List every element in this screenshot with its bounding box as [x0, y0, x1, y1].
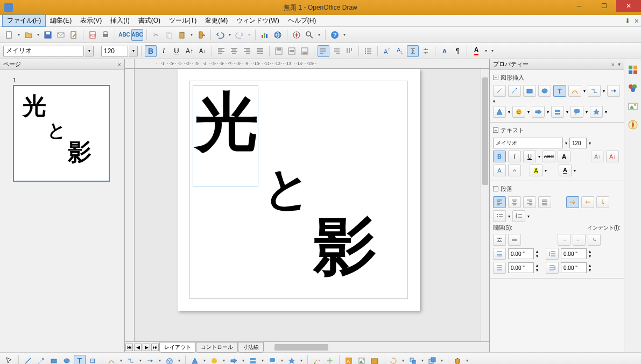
rtl-button[interactable] [330, 45, 342, 57]
sidebar-navigator-icon[interactable] [626, 118, 639, 131]
flowchart-tool[interactable] [247, 355, 259, 365]
chart-icon[interactable] [259, 29, 271, 41]
arrange-dropdown[interactable]: ▾ [439, 358, 445, 363]
align-center-button[interactable] [228, 45, 240, 57]
undo-dropdown[interactable]: ▾ [227, 32, 233, 37]
char-dialog-button[interactable]: A [439, 45, 450, 57]
rect-shape-button[interactable] [523, 85, 536, 97]
select-tool[interactable] [3, 355, 15, 365]
props-italic-button[interactable]: I [508, 151, 521, 162]
gallery-tool[interactable] [369, 355, 381, 365]
pages-panel-close-icon[interactable]: × [118, 61, 121, 68]
align-tool[interactable] [407, 355, 419, 365]
tab-next-icon[interactable]: ▶ [143, 344, 150, 351]
menu-modify[interactable]: 変更(M) [201, 15, 232, 26]
props-font-name[interactable] [493, 138, 563, 148]
hyperlink-icon[interactable] [272, 29, 284, 41]
menu-file[interactable]: ファイル(F) [2, 15, 46, 27]
paste-icon[interactable] [176, 29, 188, 41]
props-ttb[interactable] [596, 196, 609, 208]
open-dropdown[interactable]: ▾ [36, 32, 41, 37]
indent-before-input[interactable] [561, 248, 587, 259]
spacing-decrease[interactable] [508, 234, 521, 246]
rect-tool[interactable] [48, 355, 60, 365]
tab-first-icon[interactable]: ⏮ [125, 344, 133, 351]
props-grow-button[interactable]: A [493, 165, 506, 176]
arrange-tool[interactable] [426, 355, 438, 365]
minimize-button[interactable]: ─ [567, 0, 591, 12]
properties-close-icon[interactable]: × [611, 61, 615, 68]
drawing-more[interactable]: ▾ [464, 358, 470, 363]
menu-view[interactable]: 表示(V) [76, 15, 106, 26]
props-shrink-button[interactable]: A [508, 165, 521, 176]
cut-icon[interactable]: ✂ [150, 29, 162, 41]
block-arrows-button[interactable] [532, 106, 545, 118]
close-doc-icon[interactable]: × [635, 17, 639, 25]
format-paint-icon[interactable] [195, 29, 207, 41]
subscript-button[interactable]: A↓ [394, 45, 406, 57]
props-underline-button[interactable]: U [523, 151, 536, 162]
callout-dropdown[interactable]: ▾ [279, 358, 285, 363]
print-icon[interactable] [100, 29, 111, 41]
zoom-dropdown[interactable]: ▾ [316, 32, 322, 37]
props-super-button[interactable]: A↑ [591, 151, 604, 162]
paste-dropdown[interactable]: ▾ [189, 32, 194, 37]
superscript-button[interactable]: A↑ [381, 45, 393, 57]
menu-format[interactable]: 書式(O) [134, 15, 165, 26]
valign-middle-button[interactable] [286, 45, 298, 57]
vertical-ruler[interactable] [125, 69, 135, 341]
from-file-tool[interactable] [356, 355, 368, 365]
navigator-icon[interactable] [291, 29, 302, 41]
paragraph-section-header[interactable]: −段落 [493, 183, 621, 194]
undo-icon[interactable] [214, 29, 226, 41]
redo-icon[interactable] [234, 29, 245, 41]
3d-dropdown[interactable]: ▾ [177, 358, 182, 363]
connector-dropdown[interactable]: ▾ [138, 358, 143, 363]
line-end-button[interactable] [607, 85, 620, 97]
menu-insert[interactable]: 挿入(I) [106, 15, 133, 26]
arrow-tool[interactable] [35, 355, 47, 365]
symbol-dropdown[interactable]: ▾ [221, 358, 227, 363]
hanging-indent[interactable]: ⤷ [588, 234, 601, 246]
vertical-scroll-thumb[interactable] [482, 77, 488, 185]
font-name-dropdown[interactable]: ▾ [85, 46, 94, 56]
star-button[interactable] [590, 106, 603, 118]
pdf-icon[interactable]: PDF [87, 29, 98, 41]
props-highlight-button[interactable]: A [530, 165, 543, 176]
line-ends-dropdown[interactable]: ▾ [157, 358, 163, 363]
arrows-dropdown[interactable]: ▾ [241, 358, 246, 363]
curve-shape-button[interactable] [568, 85, 581, 97]
menu-window[interactable]: ウィンドウ(W) [232, 15, 283, 26]
vertical-scrollbar[interactable] [481, 69, 489, 341]
fontwork-tool[interactable]: A [343, 355, 355, 365]
star-dropdown[interactable]: ▾ [299, 358, 304, 363]
tab-prev-icon[interactable]: ◀ [134, 344, 142, 351]
toolbar-more[interactable]: ▾ [342, 32, 347, 37]
indent-after-input[interactable] [561, 262, 587, 273]
tab-layout[interactable]: レイアウト [159, 342, 196, 353]
para-dialog-button[interactable]: ¶ [452, 45, 463, 57]
callout-tool[interactable] [266, 355, 278, 365]
ellipse-tool[interactable] [61, 355, 73, 365]
line-shape-button[interactable] [493, 85, 506, 97]
horizontal-ruler[interactable]: · · ·1· · ·0· · ·1· · ·2· · ·3· · ·4· · … [135, 59, 489, 69]
tab-dimlines[interactable]: 寸法線 [238, 342, 264, 353]
basic-shapes-dropdown[interactable]: ▾ [202, 358, 207, 363]
props-shadow-button[interactable]: A [558, 151, 570, 162]
callout-button[interactable] [570, 106, 583, 118]
ttb-button[interactable] [343, 45, 355, 57]
formatting-more[interactable]: ▾ [490, 48, 495, 53]
props-ltr[interactable] [566, 196, 579, 208]
copy-icon[interactable] [163, 29, 175, 41]
props-align-left[interactable] [493, 196, 506, 208]
valign-top-button[interactable] [273, 45, 285, 57]
props-sub-button[interactable]: A↓ [606, 151, 619, 162]
edit-points-tool[interactable] [311, 355, 323, 365]
spellcheck-icon[interactable]: ABC [118, 29, 130, 41]
edit-doc-icon[interactable] [68, 29, 80, 41]
props-align-right[interactable] [523, 196, 536, 208]
decrease-spacing-button[interactable] [420, 45, 432, 57]
font-size-combo[interactable]: 120 [101, 46, 128, 56]
connector-shape-button[interactable] [588, 85, 601, 97]
font-color-dropdown[interactable]: ▾ [483, 48, 489, 53]
